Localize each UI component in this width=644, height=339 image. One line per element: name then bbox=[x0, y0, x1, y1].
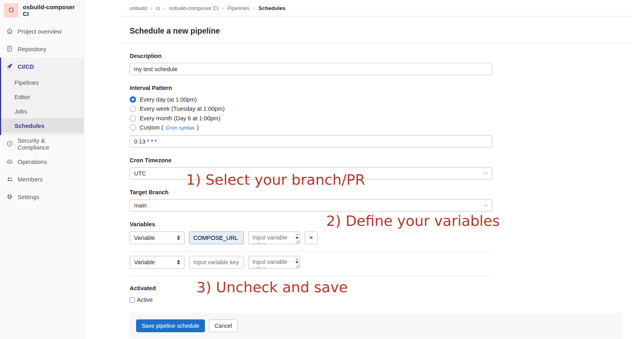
interval-option-monthly: Every month (Day 6 at 1:00pm) bbox=[130, 114, 622, 123]
target-branch-group: Target Branch main bbox=[130, 189, 622, 211]
home-icon bbox=[6, 28, 13, 34]
target-branch-value: main bbox=[134, 202, 146, 209]
form-actions: Save pipeline schedule Cancel bbox=[130, 313, 622, 339]
interval-option-custom: Custom ( Cron syntax ) bbox=[130, 123, 622, 133]
scroll-up-icon bbox=[295, 258, 299, 260]
sidebar-item-project-overview[interactable]: Project overview bbox=[0, 22, 84, 40]
scroll-up-icon bbox=[295, 233, 299, 235]
sidebar-section-cicd: CI/CD Pipelines Editor Jobs Schedules bbox=[0, 58, 84, 135]
sidebar-item-schedules[interactable]: Schedules bbox=[1, 118, 84, 133]
active-checkbox-row: Active bbox=[130, 297, 622, 303]
radio-daily[interactable] bbox=[130, 96, 136, 103]
remove-variable-button[interactable]: × bbox=[305, 231, 318, 244]
gear-icon bbox=[6, 193, 13, 200]
interval-option-weekly: Every week (Tuesday at 1:00pm) bbox=[130, 104, 622, 114]
save-pipeline-schedule-button[interactable]: Save pipeline schedule bbox=[136, 319, 205, 332]
radio-weekly[interactable] bbox=[130, 106, 136, 112]
divider bbox=[130, 276, 492, 276]
radio-custom[interactable] bbox=[130, 124, 136, 131]
radio-weekly-label: Every week (Tuesday at 1:00pm) bbox=[140, 106, 225, 112]
cron-pattern-input[interactable] bbox=[130, 135, 492, 148]
radio-custom-label-suffix: ) bbox=[197, 124, 199, 131]
breadcrumb-item[interactable]: ci bbox=[156, 5, 160, 11]
variables-group: Variables Variable bbox=[130, 221, 622, 276]
up-down-arrows-icon bbox=[177, 260, 180, 265]
project-title: osbuild-composer CI bbox=[23, 4, 80, 18]
sidebar-item-label: Members bbox=[18, 176, 43, 183]
breadcrumb-item[interactable]: Pipelines bbox=[227, 5, 249, 11]
variable-row: Variable bbox=[130, 256, 622, 269]
project-avatar: O bbox=[4, 3, 18, 18]
sidebar-item-label: Pipelines bbox=[14, 79, 39, 86]
description-group: Description bbox=[130, 53, 622, 75]
sidebar-item-label: Schedules bbox=[14, 122, 44, 129]
sidebar-item-pipelines[interactable]: Pipelines bbox=[1, 75, 84, 90]
sidebar-item-label: Settings bbox=[18, 193, 39, 200]
active-checkbox-label: Active bbox=[137, 297, 153, 303]
variable-type-value: Variable bbox=[134, 259, 155, 265]
breadcrumb-separator: › bbox=[222, 5, 224, 11]
variable-key-input[interactable] bbox=[189, 256, 244, 269]
cloud-gear-icon bbox=[6, 158, 13, 165]
activated-group: Activated Active bbox=[130, 285, 622, 303]
description-input[interactable] bbox=[130, 63, 492, 75]
main-area: osbuild › ci › osbuild-composer CI › Pip… bbox=[84, 0, 644, 339]
project-header[interactable]: O osbuild-composer CI bbox=[0, 0, 84, 21]
variable-value-textarea[interactable] bbox=[248, 231, 300, 244]
scroll-down-icon bbox=[295, 261, 299, 263]
cron-timezone-value: UTC bbox=[134, 170, 146, 177]
breadcrumb-item[interactable]: osbuild-composer CI bbox=[169, 5, 219, 11]
sidebar-item-label: Security & Compliance bbox=[18, 137, 77, 151]
variable-value-wrap bbox=[248, 256, 300, 269]
sidebar-item-label: Editor bbox=[14, 94, 30, 100]
interval-pattern-group: Interval Pattern Every day (at 1:00pm) E… bbox=[130, 85, 622, 148]
breadcrumb-separator: › bbox=[253, 5, 255, 11]
radio-monthly-label: Every month (Day 6 at 1:00pm) bbox=[140, 115, 220, 122]
cron-timezone-label: Cron Timezone bbox=[130, 157, 622, 164]
sidebar-item-repository[interactable]: Repository bbox=[0, 40, 84, 58]
interval-pattern-label: Interval Pattern bbox=[130, 85, 622, 91]
target-branch-select[interactable]: main bbox=[130, 199, 492, 211]
active-checkbox[interactable] bbox=[130, 297, 135, 303]
radio-daily-label: Every day (at 1:00pm) bbox=[140, 96, 197, 103]
sidebar-item-jobs[interactable]: Jobs bbox=[1, 104, 84, 118]
page-title: Schedule a new pipeline bbox=[130, 16, 622, 43]
sidebar-item-settings[interactable]: Settings bbox=[0, 188, 84, 205]
sidebar-item-members[interactable]: Members bbox=[0, 170, 84, 188]
scroll-down-icon bbox=[295, 237, 299, 239]
variable-key-input[interactable] bbox=[189, 231, 244, 244]
cancel-button[interactable]: Cancel bbox=[209, 319, 238, 332]
cron-timezone-select[interactable]: UTC bbox=[130, 167, 492, 179]
sidebar-item-cicd[interactable]: CI/CD bbox=[1, 58, 84, 75]
divider bbox=[130, 251, 492, 252]
sidebar-item-security-compliance[interactable]: Security & Compliance bbox=[0, 135, 84, 153]
breadcrumb-separator: › bbox=[150, 5, 152, 11]
sidebar-item-label: Repository bbox=[18, 46, 46, 52]
variable-type-value: Variable bbox=[134, 235, 155, 241]
variable-row: Variable × bbox=[130, 231, 622, 244]
document-icon bbox=[6, 46, 13, 52]
sidebar-item-label: Project overview bbox=[18, 28, 62, 35]
variable-type-select[interactable]: Variable bbox=[130, 256, 185, 269]
breadcrumb-separator: › bbox=[163, 5, 165, 11]
interval-option-daily: Every day (at 1:00pm) bbox=[130, 95, 622, 104]
sidebar-item-operations[interactable]: Operations bbox=[0, 153, 84, 170]
radio-custom-label: Custom ( bbox=[140, 124, 163, 131]
variable-value-wrap bbox=[248, 231, 300, 244]
sidebar-item-editor[interactable]: Editor bbox=[1, 90, 84, 104]
chevron-down-icon bbox=[483, 172, 488, 175]
sidebar-nav: Project overview Repository CI/CD Pipeli… bbox=[0, 22, 84, 205]
breadcrumb-item[interactable]: osbuild bbox=[130, 5, 147, 11]
shield-icon bbox=[6, 141, 13, 147]
radio-monthly[interactable] bbox=[130, 115, 136, 122]
variables-label: Variables bbox=[130, 221, 622, 227]
target-branch-label: Target Branch bbox=[130, 189, 622, 195]
variable-value-textarea[interactable] bbox=[248, 256, 300, 269]
activated-label: Activated bbox=[130, 285, 622, 291]
description-label: Description bbox=[130, 53, 622, 59]
people-icon bbox=[6, 176, 13, 182]
cron-syntax-link[interactable]: Cron syntax bbox=[166, 125, 195, 131]
sidebar-item-label: Jobs bbox=[14, 108, 27, 115]
breadcrumb: osbuild › ci › osbuild-composer CI › Pip… bbox=[119, 0, 633, 16]
variable-type-select[interactable]: Variable bbox=[130, 231, 185, 244]
